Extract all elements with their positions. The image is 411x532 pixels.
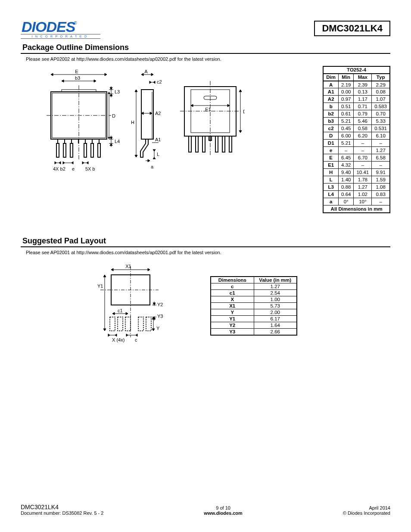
pad-cell-name: c (211, 283, 254, 289)
pad-cell-value: 2.00 (254, 309, 297, 315)
dim-cell-name: b2 (323, 110, 338, 118)
pad-header-val: Value (in mm) (254, 277, 297, 283)
svg-text:D: D (112, 113, 115, 118)
table-row: Y21.64 (211, 322, 297, 328)
table-row: b0.510.710.583 (323, 103, 390, 110)
svg-text:L: L (157, 152, 159, 157)
dim-cell-value: 6.20 (354, 132, 372, 140)
footer-docnum: Document number: DS35082 Rev. 5 - 2 (21, 510, 103, 516)
svg-text:Y1: Y1 (97, 283, 103, 289)
dim-cell-name: E (323, 154, 338, 162)
svg-rect-70 (222, 136, 225, 152)
svg-text:Y2: Y2 (157, 302, 163, 307)
dim-table-footer: All Dimensions in mm (323, 205, 390, 213)
dim-cell-name: L4 (323, 191, 338, 198)
pad-cell-value: 1.00 (254, 296, 297, 302)
reg-mark: ® (74, 21, 77, 25)
dim-cell-name: a (323, 198, 338, 205)
svg-rect-79 (110, 317, 115, 331)
pad-cell-name: X (211, 296, 254, 302)
table-row: Y2.00 (211, 309, 297, 315)
pad-dimensions-table: Dimensions Value (in mm) c1.27c12.54X1.0… (210, 276, 297, 336)
table-row: H9.4010.419.91 (323, 169, 390, 176)
svg-rect-81 (125, 317, 131, 331)
dim-cell-name: H (323, 169, 338, 176)
pad-cell-name: X1 (211, 302, 254, 309)
dim-cell-name: b (323, 103, 338, 110)
svg-text:E: E (75, 69, 78, 74)
dim-cell-value: 1.17 (354, 96, 372, 103)
dim-cell-value: 0.00 (339, 88, 354, 96)
svg-text:A2: A2 (155, 111, 161, 116)
dim-cell-value: 2.39 (354, 81, 372, 88)
dim-cell-value: – (354, 162, 372, 169)
svg-text:Y: Y (156, 326, 160, 331)
table-row: Y16.17 (211, 315, 297, 322)
dim-cell-value: 5.21 (339, 118, 354, 125)
dim-cell-name: D1 (323, 140, 338, 147)
dim-cell-value: 6.45 (339, 154, 354, 162)
dim-cell-value: 4.32 (339, 162, 354, 169)
svg-text:E1: E1 (205, 107, 211, 112)
dim-cell-value: 1.07 (372, 96, 390, 103)
pad-cell-value: 6.17 (254, 315, 297, 322)
dim-cell-value: 6.70 (354, 154, 372, 162)
table-row: b35.215.465.33 (323, 118, 390, 125)
page-footer: DMC3021LK4 Document number: DS35082 Rev.… (21, 504, 390, 516)
pad-cell-value: 1.27 (254, 283, 297, 289)
pad-cell-name: Y2 (211, 322, 254, 328)
dim-cell-value: 0.64 (339, 191, 354, 198)
svg-text:c1: c1 (118, 308, 123, 313)
dim-cell-value: – (372, 140, 390, 147)
dim-cell-value: 10° (354, 198, 372, 205)
dim-cell-value: 1.59 (372, 176, 390, 184)
svg-text:X1: X1 (125, 264, 131, 269)
pad-cell-name: Y1 (211, 315, 254, 322)
svg-rect-6 (56, 143, 59, 157)
dim-cell-value: 0.531 (372, 125, 390, 132)
dim-cell-name: e (323, 147, 338, 154)
dim-cell-value: 10.41 (354, 169, 372, 176)
footer-date: April 2014 (343, 505, 390, 510)
pad-note: Please see AP02001 at http://www.diodes.… (21, 247, 390, 258)
dim-cell-value: 0.79 (354, 110, 372, 118)
dim-cell-value: 1.02 (354, 191, 372, 198)
table-row: L40.641.020.83 (323, 191, 390, 198)
dim-header-dim: Dim (323, 74, 338, 81)
svg-text:5X b: 5X b (85, 166, 95, 171)
pad-cell-name: Y (211, 309, 254, 315)
part-number-box: DMC3021LK4 (314, 21, 390, 36)
dim-cell-value: 0.08 (372, 88, 390, 96)
dim-cell-value: 1.08 (372, 184, 390, 191)
dim-cell-value: 6.58 (372, 154, 390, 162)
table-row: A2.192.392.29 (323, 81, 390, 88)
logo-subtitle: INCORPORATED (21, 34, 100, 39)
table-row: D15.21–– (323, 140, 390, 147)
dim-cell-value: 0.70 (372, 110, 390, 118)
dim-cell-value: 0.45 (339, 125, 354, 132)
pad-header-dim: Dimensions (211, 277, 254, 283)
svg-text:D1: D1 (243, 109, 245, 114)
pad-cell-value: 2.66 (254, 328, 297, 335)
svg-text:H: H (131, 120, 134, 125)
dim-cell-value: 2.29 (372, 81, 390, 88)
svg-rect-17 (98, 143, 100, 157)
table-row: Y32.66 (211, 328, 297, 335)
pad-cell-name: c1 (211, 289, 254, 296)
pad-cell-value: 5.73 (254, 302, 297, 309)
dim-cell-name: b3 (323, 118, 338, 125)
logo-main: DIODES (21, 21, 75, 33)
dim-cell-value: 6.00 (339, 132, 354, 140)
dim-cell-name: E1 (323, 162, 338, 169)
dim-cell-value: 5.21 (339, 140, 354, 147)
dim-cell-value: 2.19 (339, 81, 354, 88)
svg-text:e: e (72, 166, 75, 171)
dim-cell-value: 1.40 (339, 176, 354, 184)
svg-rect-82 (138, 317, 143, 331)
dim-cell-value: 9.40 (339, 169, 354, 176)
table-row: c20.450.580.531 (323, 125, 390, 132)
dim-cell-value: 0° (339, 198, 354, 205)
dim-cell-value: – (354, 140, 372, 147)
table-row: E6.456.706.58 (323, 154, 390, 162)
dim-cell-value: 0.97 (339, 96, 354, 103)
